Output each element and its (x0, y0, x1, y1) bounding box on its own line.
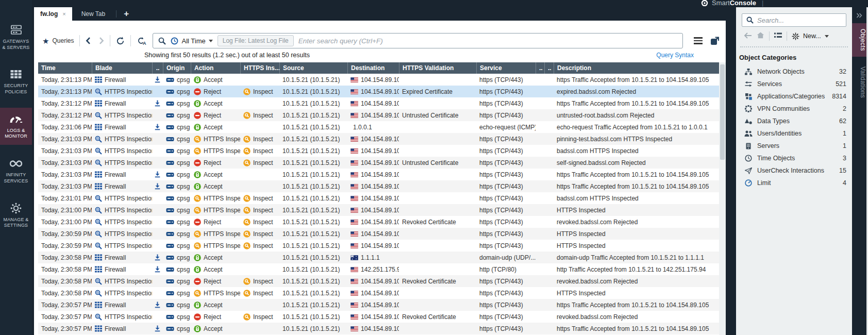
log-action-cell: Accept (191, 121, 240, 133)
category-users-identities[interactable]: Users/Identities 1 (736, 127, 852, 140)
log-time-cell: Today, 2:30:58 PM (38, 252, 92, 263)
table-row[interactable]: Today, 2:31:06 PM Firewall cpsg Accept 1… (38, 121, 719, 133)
side-tab-validations[interactable]: Validations (852, 61, 866, 104)
log-https-inspection-cell: Inspect (240, 109, 279, 121)
gateway-icon (166, 255, 174, 260)
log-https-validation-cell (399, 180, 476, 192)
column-header-httpsins[interactable]: HTTPS Ins... (240, 62, 279, 74)
home-button[interactable] (757, 31, 764, 41)
column-header-val[interactable]: HTTPS Validation (399, 62, 476, 74)
accept-icon (194, 301, 201, 309)
log-blade-cell: Firewall (92, 121, 152, 133)
table-row[interactable]: Today, 2:31:03 PM HTTPS Inspection cpsg … (38, 133, 719, 145)
category-time-objects[interactable]: Time Objects 3 (736, 152, 852, 164)
forward-button[interactable] (98, 37, 105, 44)
table-row[interactable]: Today, 2:31:03 PM Firewall cpsg Accept 1… (38, 169, 719, 180)
scrollbar-thumb[interactable] (720, 64, 725, 160)
log-export-cell (152, 169, 163, 180)
us-flag-icon (350, 267, 358, 272)
table-row[interactable]: Today, 2:31:13 PM Firewall cpsg Accept 1… (38, 74, 719, 86)
tab-new-tab[interactable]: New Tab (72, 7, 114, 21)
table-menu-button[interactable] (694, 37, 703, 44)
time-filter-dropdown[interactable]: All Time (171, 37, 212, 45)
category-applications-categories[interactable]: Applications/Categories 8314 (736, 90, 852, 103)
log-file-chip[interactable]: Log File: Latest Log File (218, 35, 294, 46)
list-view-button[interactable] (774, 31, 782, 41)
column-header-time[interactable]: Time (38, 62, 92, 74)
log-export-cell (152, 287, 163, 299)
tab-divider (116, 10, 116, 18)
inspect-icon (243, 147, 251, 155)
category-services[interactable]: Services 521 (736, 78, 852, 90)
column-header-service[interactable]: Service (476, 62, 536, 74)
column-header-dest[interactable]: Destination (347, 62, 399, 74)
close-icon[interactable]: × (62, 11, 65, 17)
log-search-field[interactable]: All Time Log File: Latest Log File (153, 33, 683, 48)
open-new-window-button[interactable] (709, 37, 720, 45)
column-header-source[interactable]: Source (279, 62, 347, 74)
log-origin-cell: cpsg (163, 121, 191, 133)
collapse-panel-button[interactable] (856, 11, 862, 20)
sidebar-item-manage-settings[interactable]: MANAGE & SETTINGS (0, 197, 32, 234)
inspect-icon (243, 195, 251, 202)
column-header-desc[interactable]: Description (554, 62, 719, 74)
back-button[interactable] (85, 37, 92, 44)
column-header-dot1[interactable]: .. (536, 62, 544, 74)
column-header-dl[interactable]: .. (152, 62, 163, 74)
tab-fw.log[interactable]: fw.log × (34, 7, 72, 21)
sidebar-item-logs-monitor[interactable]: LOGS & MONITOR (0, 108, 32, 145)
table-row[interactable]: Today, 2:30:57 PM Firewall cpsg Accept 1… (38, 299, 719, 311)
log-toolbar: ★ Queries A All Time (34, 33, 726, 48)
table-row[interactable]: Today, 2:30:58 PM HTTPS Inspection cpsg … (38, 275, 719, 287)
accept-icon (194, 100, 201, 107)
table-row[interactable]: Today, 2:31:00 PM HTTPS Inspection cpsg … (38, 216, 719, 228)
table-row[interactable]: Today, 2:30:58 PM Firewall cpsg Accept 1… (38, 263, 719, 275)
sidebar-item-infinity-services[interactable]: INFINITY SERVICES (0, 152, 32, 189)
table-row[interactable]: Today, 2:30:58 PM Firewall cpsg Accept 1… (38, 252, 719, 263)
column-header-dot2[interactable]: .. (544, 62, 554, 74)
log-time-cell: Today, 2:31:03 PM (38, 169, 92, 180)
category-servers[interactable]: Servers 1 (736, 140, 852, 152)
column-header-origin[interactable]: Origin (163, 62, 191, 74)
category-network-objects[interactable]: Network Objects 32 (736, 65, 852, 78)
column-header-action[interactable]: Action (191, 62, 240, 74)
category-usercheck-interactions[interactable]: UserCheck Interactions 15 (736, 164, 852, 177)
log-collapsed-cell (544, 145, 554, 157)
log-source-cell: 10.1.5.21 (10.1.5.21) (279, 275, 347, 287)
log-https-inspection-cell (240, 299, 279, 311)
table-row[interactable]: Today, 2:30:58 PM HTTPS Inspection cpsg … (38, 287, 719, 299)
table-row[interactable]: Today, 2:30:57 PM HTTPS Inspection cpsg … (38, 311, 719, 323)
table-row[interactable]: Today, 2:31:03 PM Firewall cpsg Accept 1… (38, 180, 719, 192)
table-row[interactable]: Today, 2:30:59 PM HTTPS Inspection cpsg … (38, 228, 719, 240)
table-row[interactable]: Today, 2:31:12 PM Firewall cpsg Accept 1… (38, 97, 719, 109)
table-scrollbar[interactable] (719, 62, 726, 335)
sidebar-item-security-policies[interactable]: SECURITY POLICIES (0, 63, 32, 100)
table-row[interactable]: Today, 2:30:57 PM Firewall cpsg Accept 1… (38, 323, 719, 334)
back-button[interactable] (744, 31, 752, 41)
objects-search-box[interactable] (742, 13, 846, 27)
new-object-button[interactable]: New... (792, 32, 829, 40)
queries-button[interactable]: ★ Queries (41, 37, 75, 45)
side-tab-objects[interactable]: Objects (852, 23, 866, 57)
search-query-input[interactable] (298, 37, 677, 45)
table-row[interactable]: Today, 2:31:00 PM HTTPS Inspection cpsg … (38, 204, 719, 216)
log-collapsed-cell (536, 169, 544, 180)
objects-search-input[interactable] (757, 16, 842, 24)
query-syntax-link[interactable]: Query Syntax (656, 52, 694, 59)
category-data-types[interactable]: Data Types 62 (736, 115, 852, 127)
refresh-button[interactable] (115, 37, 126, 45)
table-row[interactable]: Today, 2:30:59 PM HTTPS Inspection cpsg … (38, 240, 719, 252)
sidebar-item-gateways-servers[interactable]: GATEWAYS & SERVERS (0, 19, 32, 56)
column-header-blade[interactable]: Blade (92, 62, 152, 74)
category-vpn-communities[interactable]: VPN Communities 2 (736, 103, 852, 115)
object-categories-list: Network Objects 32 Services 521 Applicat… (736, 65, 852, 189)
table-row[interactable]: Today, 2:31:03 PM HTTPS Inspection cpsg … (38, 145, 719, 157)
new-tab-button[interactable]: + (118, 7, 135, 21)
table-row[interactable]: Today, 2:31:03 PM HTTPS Inspection cpsg … (38, 157, 719, 169)
table-row[interactable]: Today, 2:31:12 PM HTTPS Inspection cpsg … (38, 109, 719, 121)
auto-refresh-button[interactable]: A (136, 37, 147, 45)
table-row[interactable]: Today, 2:31:13 PM HTTPS Inspection cpsg … (38, 86, 719, 97)
category-limit[interactable]: Limit 4 (736, 177, 852, 189)
table-row[interactable]: Today, 2:31:01 PM HTTPS Inspection cpsg … (38, 192, 719, 204)
log-blade-cell: Firewall (92, 299, 152, 311)
